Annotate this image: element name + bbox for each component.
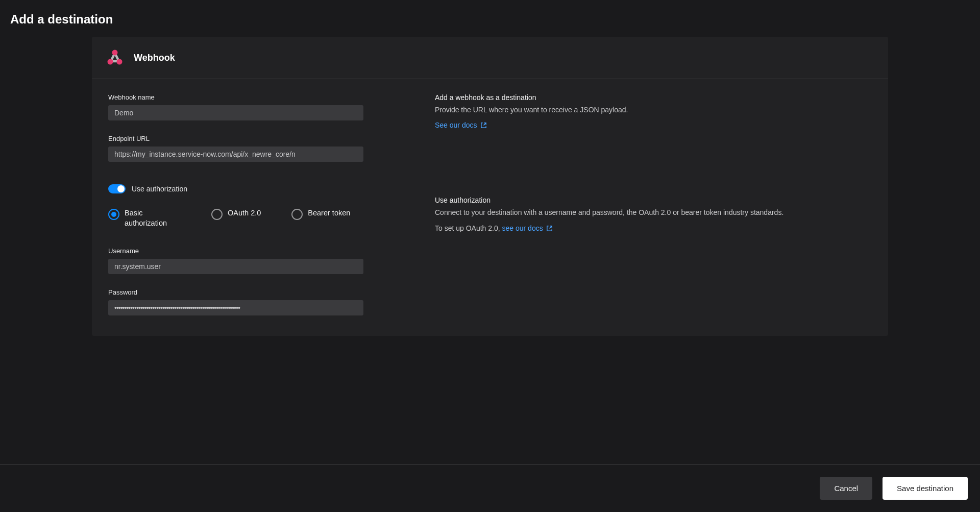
auth-type-radio-group: Basic authorization OAuth 2.0 Bearer tok… [108, 208, 363, 229]
username-label: Username [108, 247, 363, 255]
footer-bar: Cancel Save destination [0, 464, 980, 512]
radio-basic-auth[interactable]: Basic authorization [108, 208, 181, 229]
see-docs-link-text: See our docs [435, 121, 477, 129]
use-auth-toggle[interactable] [108, 184, 126, 193]
external-link-icon [480, 122, 487, 129]
svg-point-1 [108, 59, 113, 65]
webhook-name-group: Webhook name [108, 93, 363, 120]
radio-basic-label: Basic authorization [125, 208, 181, 229]
external-link-icon [546, 225, 553, 232]
radio-oauth-label: OAuth 2.0 [228, 208, 261, 218]
webhook-info-block: Add a webhook as a destination Provide t… [435, 93, 872, 130]
save-destination-button[interactable]: Save destination [883, 477, 968, 500]
username-input[interactable] [108, 259, 363, 274]
webhook-info-text: Provide the URL where you want to receiv… [435, 105, 872, 115]
card-body: Webhook name Endpoint URL Use authorizat… [92, 79, 888, 336]
auth-info-text: Connect to your destination with a usern… [435, 207, 872, 218]
password-input[interactable] [108, 300, 363, 315]
radio-oauth[interactable]: OAuth 2.0 [211, 208, 261, 229]
auth-info-heading: Use authorization [435, 196, 872, 204]
radio-circle-icon [211, 209, 223, 220]
svg-point-2 [117, 59, 122, 65]
use-auth-toggle-row: Use authorization [108, 184, 363, 193]
radio-circle-icon [108, 209, 119, 220]
password-group: Password [108, 288, 363, 315]
auth-info-block: Use authorization Connect to your destin… [435, 196, 872, 234]
card-header-title: Webhook [134, 53, 175, 63]
see-docs-link[interactable]: See our docs [435, 121, 487, 129]
card-header: Webhook [92, 37, 888, 79]
oauth-prefix-text: To set up OAuth 2.0, [435, 224, 502, 232]
cancel-button[interactable]: Cancel [820, 477, 872, 500]
svg-point-0 [112, 50, 118, 56]
toggle-knob [117, 185, 125, 192]
form-column: Webhook name Endpoint URL Use authorizat… [108, 93, 363, 315]
info-column: Add a webhook as a destination Provide t… [435, 93, 872, 315]
webhook-info-heading: Add a webhook as a destination [435, 93, 872, 102]
endpoint-url-group: Endpoint URL [108, 135, 363, 162]
use-auth-toggle-label: Use authorization [132, 185, 187, 193]
username-group: Username [108, 247, 363, 274]
webhook-icon [104, 47, 126, 68]
radio-bearer-label: Bearer token [308, 208, 350, 218]
webhook-name-input[interactable] [108, 105, 363, 120]
webhook-name-label: Webhook name [108, 93, 363, 101]
radio-bearer[interactable]: Bearer token [291, 208, 350, 229]
oauth-setup-line: To set up OAuth 2.0, see our docs [435, 223, 872, 234]
page-title: Add a destination [0, 0, 980, 37]
radio-circle-icon [291, 209, 303, 220]
endpoint-url-input[interactable] [108, 147, 363, 162]
destination-card: Webhook Webhook name Endpoint URL Use au… [92, 37, 888, 336]
oauth-docs-link[interactable]: see our docs [502, 223, 553, 234]
oauth-docs-link-text: see our docs [502, 223, 543, 234]
password-label: Password [108, 288, 363, 296]
endpoint-url-label: Endpoint URL [108, 135, 363, 142]
